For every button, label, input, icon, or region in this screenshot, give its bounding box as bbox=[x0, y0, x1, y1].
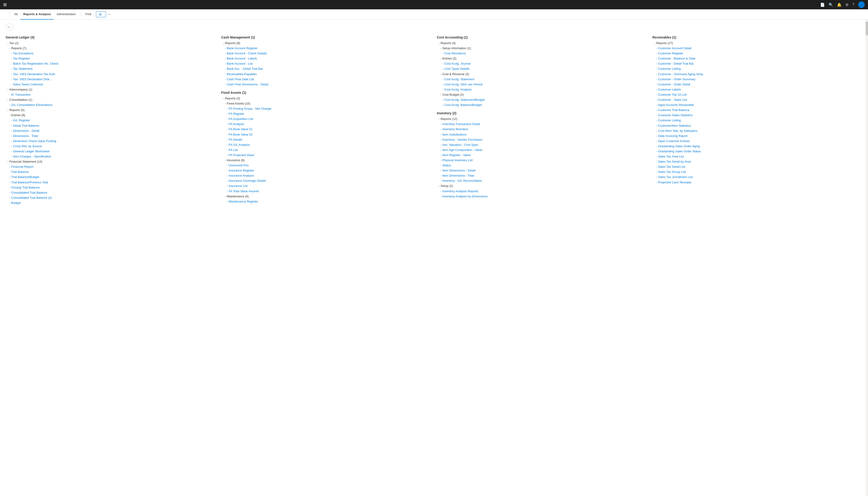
scrollbar-track[interactable] bbox=[866, 20, 868, 496]
list-item[interactable]: - Aged Accounts Receivable bbox=[653, 103, 863, 108]
list-item[interactable]: - Cost Types Details bbox=[437, 66, 647, 72]
list-item[interactable]: - Customer Trial Balance bbox=[653, 108, 863, 113]
list-item[interactable]: - Trial Balance bbox=[5, 169, 216, 174]
list-item[interactable]: - Daily Invoicing Report bbox=[653, 134, 863, 139]
list-item[interactable]: - Insurance List bbox=[221, 183, 431, 188]
list-item[interactable]: - Sales Tax Detail by Area bbox=[653, 159, 863, 164]
list-item[interactable]: - Cost Acctg. Statement bbox=[437, 77, 647, 82]
list-item[interactable]: - FA Book Value 01 bbox=[221, 127, 431, 132]
tab-administration[interactable]: Administration bbox=[54, 9, 78, 20]
bell-icon[interactable]: 🔔 bbox=[837, 3, 842, 7]
list-item[interactable]: - Invt. Valuation - Cost Spec. bbox=[437, 142, 647, 148]
tab-reports-analysis[interactable]: Reports & Analysis bbox=[20, 9, 54, 20]
list-item[interactable]: - Item Substitutions bbox=[437, 132, 647, 137]
list-item[interactable]: - Cost Acctg. Statement/Budget bbox=[437, 97, 647, 103]
list-item[interactable]: - Bank Account - List bbox=[221, 61, 431, 66]
list-item[interactable]: - Cost Acctg. Balance/Budget bbox=[437, 103, 647, 108]
list-item[interactable]: - Bank Account Register bbox=[221, 46, 431, 51]
list-item[interactable]: - Item Register - Value bbox=[437, 153, 647, 158]
back-button[interactable]: ← bbox=[5, 23, 13, 31]
list-item[interactable]: - Customer Register bbox=[653, 51, 863, 56]
explore-more-roles-button[interactable]: ⊞ bbox=[96, 12, 106, 17]
tab-all[interactable]: All bbox=[12, 9, 20, 20]
app-grid-icon[interactable]: ⊞ bbox=[3, 2, 7, 7]
list-item[interactable]: - FA Acquisition List bbox=[221, 117, 431, 122]
list-item[interactable]: - FA Posting Group - Net Change bbox=[221, 106, 431, 111]
list-item[interactable]: - Item Dimensions - Detail bbox=[437, 168, 647, 173]
tab-find[interactable]: Find bbox=[83, 9, 94, 20]
list-item[interactable]: - Cost Acctg. Analysis bbox=[437, 87, 647, 92]
list-item[interactable]: - Cross Ref. by Source bbox=[5, 144, 216, 149]
list-item[interactable]: - Tax- VIES Declaration Tax Auth bbox=[5, 72, 216, 77]
list-item[interactable]: - Dimensions - Total bbox=[5, 134, 216, 139]
list-item[interactable]: - Maintenance Register bbox=[221, 199, 431, 204]
list-item[interactable]: - Customer Sales Statistics bbox=[653, 113, 863, 118]
list-item[interactable]: - Bank Acc. - Detail Trial Bal. bbox=[221, 66, 431, 72]
list-item[interactable]: - Cash Flow Date List bbox=[221, 77, 431, 82]
list-item[interactable]: - Customer Account Detail bbox=[653, 46, 863, 51]
list-item[interactable]: - IC Transaction bbox=[5, 92, 216, 97]
list-item[interactable]: - Consolidated Trial Balance bbox=[5, 190, 216, 195]
list-item[interactable]: - FA List bbox=[221, 148, 431, 153]
list-item[interactable]: - Insurance Coverage Details bbox=[221, 178, 431, 183]
list-item[interactable]: - Tax Register bbox=[5, 56, 216, 61]
list-item[interactable]: - Financial Report bbox=[5, 164, 216, 169]
search-icon[interactable]: 🔍 bbox=[828, 3, 833, 7]
list-item[interactable]: - Item Dimensions - Total bbox=[437, 173, 647, 178]
list-item[interactable]: - Inventory - G/L Reconciliation bbox=[437, 178, 647, 183]
list-item[interactable]: - Customer/Item Statistics bbox=[653, 123, 863, 128]
list-item[interactable]: - General Ledger Worksheet bbox=[5, 149, 216, 154]
list-item[interactable]: - Sales Tax Area List bbox=[653, 154, 863, 159]
list-item[interactable]: - Trial Balance/Previous Year bbox=[5, 180, 216, 185]
list-item[interactable]: - Inventory Reorders bbox=[437, 127, 647, 132]
list-item[interactable]: - FA Projected Value bbox=[221, 153, 431, 158]
list-item[interactable]: - Sales Tax Jurisdiction List bbox=[653, 174, 863, 180]
list-item[interactable]: - Sales Tax Group List bbox=[653, 169, 863, 174]
list-item[interactable]: - Customer Listing bbox=[653, 118, 863, 123]
list-item[interactable]: - Customer - Summary Aging Simp. bbox=[653, 72, 863, 77]
list-item[interactable]: - FA Analysis bbox=[221, 122, 431, 127]
list-item[interactable]: - Customer - Order Summary bbox=[653, 77, 863, 82]
list-item[interactable]: - Cash Flow Dimensions - Detail bbox=[221, 82, 431, 87]
list-item[interactable]: - Sales Tax Detail List bbox=[653, 164, 863, 169]
list-item[interactable]: - Receivables-Payables bbox=[221, 72, 431, 77]
list-item[interactable]: - G/L Register bbox=[5, 118, 216, 123]
list-item[interactable]: - Insurance Analysis bbox=[221, 173, 431, 178]
list-item[interactable]: - Sales Taxes Collected bbox=[5, 82, 216, 87]
help-icon[interactable]: ? bbox=[852, 3, 854, 7]
list-item[interactable]: - Customer - Order Detail bbox=[653, 82, 863, 87]
list-item[interactable]: - Customer - Balance to Date bbox=[653, 56, 863, 61]
document-icon[interactable]: 📄 bbox=[820, 3, 825, 7]
list-item[interactable]: - Customer Labels bbox=[653, 87, 863, 92]
more-options-button[interactable]: ··· bbox=[106, 12, 113, 17]
settings-icon[interactable]: ⚙ bbox=[846, 3, 849, 7]
list-item[interactable]: - FA Total Value Insured bbox=[221, 189, 431, 194]
list-item[interactable]: - Trial Balance/Budget bbox=[5, 174, 216, 180]
list-item[interactable]: - Consolidated Trial Balance (4) bbox=[5, 195, 216, 200]
list-item[interactable]: - Bank Account - Labels bbox=[221, 56, 431, 61]
avatar[interactable] bbox=[858, 1, 865, 8]
list-item[interactable]: - Closing Trial Balance bbox=[5, 185, 216, 190]
list-item[interactable]: - Tax Exceptions bbox=[5, 51, 216, 56]
list-item[interactable]: - Outstanding Sales Order Aging bbox=[653, 144, 863, 149]
list-item[interactable]: - Customer Listing bbox=[653, 66, 863, 72]
list-item[interactable]: - Tax- VIES Declaration Disk... bbox=[5, 77, 216, 82]
scrollbar-thumb[interactable] bbox=[866, 21, 868, 35]
list-item[interactable]: - Inventory - Vendor Purchases bbox=[437, 137, 647, 142]
list-item[interactable]: - Cost Acctg. Stmt. per Period bbox=[437, 82, 647, 87]
list-item[interactable]: - Budget bbox=[5, 200, 216, 205]
list-item[interactable]: - Cost Allocations bbox=[437, 51, 647, 56]
list-item[interactable]: - Customer - Detail Trial Bal. bbox=[653, 61, 863, 66]
list-item[interactable]: - Inventory Analysis by Dimensions bbox=[437, 194, 647, 199]
list-item[interactable]: - Item Age Composition - Value bbox=[437, 148, 647, 153]
list-item[interactable]: - FA G/L Analysis bbox=[221, 142, 431, 148]
list-item[interactable]: - Dimension Check Value Posting bbox=[5, 139, 216, 144]
list-item[interactable]: - Inventory Analysis Reports bbox=[437, 189, 647, 194]
list-item[interactable]: - Customer Top 10 List bbox=[653, 92, 863, 97]
list-item[interactable]: - Bank Account - Check Details bbox=[221, 51, 431, 56]
list-item[interactable]: - Customer - Sales List bbox=[653, 97, 863, 103]
list-item[interactable]: - Cust./Item Stat. by Salespers. bbox=[653, 128, 863, 134]
list-item[interactable]: - FA Details bbox=[221, 137, 431, 142]
list-item[interactable]: - Cost Acctg. Journal bbox=[437, 61, 647, 66]
list-item[interactable]: - Physical Inventory List bbox=[437, 158, 647, 163]
